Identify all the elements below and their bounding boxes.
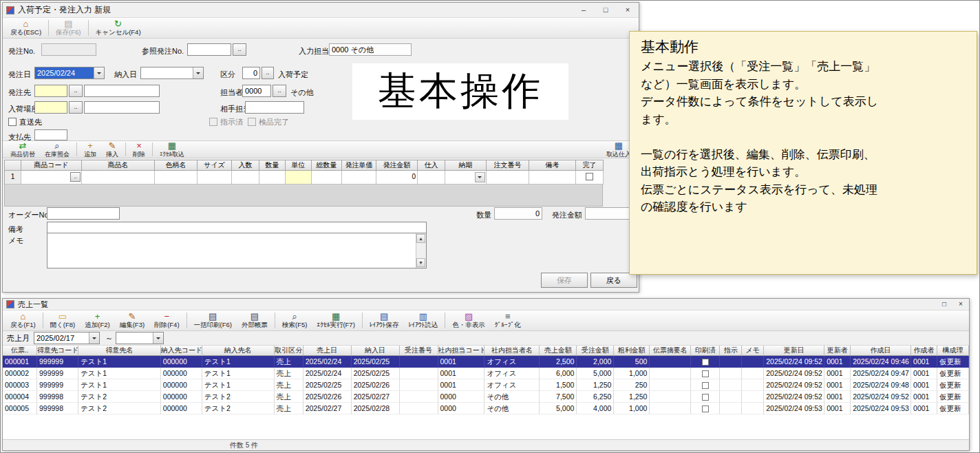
cancel-button[interactable]: ↻キャンセル(F4) [91, 19, 146, 38]
sales-column-header[interactable]: 社内担当者名 [484, 346, 540, 356]
sales-column-header[interactable]: メモ [742, 346, 764, 356]
sales-cell[interactable]: 0001 [824, 379, 851, 391]
sales-cell[interactable]: 1,000 [614, 403, 650, 414]
sales-cell[interactable]: 1,500 [540, 379, 577, 391]
sales-cell[interactable]: 1,250 [614, 391, 650, 403]
sales-column-header[interactable]: 得意先名 [78, 346, 161, 356]
sales-column-header[interactable]: 粗利金額 [614, 346, 650, 356]
insert-row-button[interactable]: ✎挿入 [101, 141, 123, 158]
checkbox-icon[interactable] [8, 118, 17, 126]
sales-cell[interactable]: 2025/02/26 [352, 379, 400, 391]
sales-cell[interactable]: 250 [614, 379, 650, 391]
sales-cell[interactable]: 000001 [3, 356, 37, 368]
printed-checkbox[interactable] [702, 405, 709, 412]
delete-row-button[interactable]: ×削除 [128, 141, 150, 158]
sales-cell[interactable]: 2025/02/24 09:53 [764, 403, 824, 414]
sales-cell[interactable]: 000000 [161, 379, 202, 391]
sales-column-header[interactable]: 更新者 [824, 346, 851, 356]
sales-cell[interactable]: 2025/02/24 09:48 [851, 379, 911, 391]
excel-import-button[interactable]: ▦ｴｸｾﾙ取込 [155, 141, 189, 158]
sales-cell[interactable]: 2025/02/24 09:52 [764, 356, 824, 368]
sales-column-header[interactable]: 指示 [720, 346, 742, 356]
excel-run-button[interactable]: ▦ｴｸｾﾙ実行(F7) [312, 311, 359, 330]
scrollbar[interactable]: ▲ ▼ [416, 233, 426, 268]
sales-cell[interactable]: 0001 [438, 368, 485, 379]
sales-cell[interactable] [691, 391, 720, 403]
category-lookup-button[interactable]: .. [262, 67, 274, 79]
sales-cell[interactable] [720, 356, 742, 368]
ref-order-no-input[interactable] [187, 43, 231, 56]
sales-column-header[interactable]: 納入先コード [161, 346, 202, 356]
partner-staff-input[interactable] [245, 101, 304, 114]
direct-delivery-checkbox[interactable]: 直送先 [8, 117, 42, 127]
sales-column-header[interactable]: 伝票.. [3, 346, 37, 356]
sales-cell[interactable] [650, 403, 691, 414]
sales-cell[interactable]: 2025/02/24 09:52 [851, 391, 911, 403]
supplier-name-input[interactable] [84, 85, 160, 97]
sales-cell[interactable] [720, 391, 742, 403]
memo-textarea[interactable]: ▲ ▼ [47, 233, 427, 268]
sales-cell[interactable]: 000000 [161, 403, 202, 414]
sales-cell[interactable]: 0001 [438, 379, 485, 391]
category-input[interactable]: 0 [242, 67, 260, 79]
sales-window-titlebar[interactable]: 売上一覧 □ × [3, 299, 969, 310]
sales-cell[interactable] [650, 379, 691, 391]
sales-cell[interactable] [691, 368, 720, 379]
sales-column-header[interactable]: 伝票摘要名 [650, 346, 691, 356]
sales-column-header[interactable]: 更新日 [764, 346, 824, 356]
sales-cell[interactable]: 0001 [911, 379, 937, 391]
sales-cell[interactable]: 0001 [911, 391, 937, 403]
sales-cell[interactable]: 999998 [37, 403, 78, 414]
add-button[interactable]: +追加(F2) [80, 311, 114, 330]
printed-checkbox[interactable] [702, 359, 709, 366]
close-button[interactable]: × [952, 299, 969, 310]
arrival-lookup-button[interactable]: .. [69, 101, 83, 114]
chevron-down-icon[interactable] [153, 333, 163, 344]
sales-cell[interactable]: 仮更新 [937, 403, 969, 414]
lookup-button[interactable]: .. [70, 172, 81, 182]
detail-cell[interactable] [342, 171, 376, 185]
detail-cell[interactable] [576, 171, 604, 185]
sales-cell[interactable]: 売上 [275, 356, 303, 368]
sales-cell[interactable]: 2025/02/25 [352, 368, 400, 379]
sales-cell[interactable]: 売上 [275, 391, 303, 403]
sales-column-header[interactable]: 作成日 [851, 346, 911, 356]
sales-cell[interactable]: 000000 [161, 368, 202, 379]
scroll-down-icon[interactable]: ▼ [416, 258, 425, 267]
sales-cell[interactable]: 売上 [275, 379, 303, 391]
order-no2-input[interactable] [47, 207, 120, 220]
sales-cell[interactable]: 2025/02/25 [352, 356, 400, 368]
detail-cell[interactable] [445, 171, 487, 185]
printed-checkbox[interactable] [702, 370, 709, 377]
detail-cell[interactable] [286, 171, 312, 185]
back-button[interactable]: ⌂戻る(F1) [6, 311, 41, 330]
row-number[interactable]: 1 [5, 171, 21, 185]
sales-cell[interactable]: 2,500 [540, 356, 577, 368]
sales-column-header[interactable]: 納入先名 [202, 346, 275, 356]
sales-cell[interactable]: 0001 [824, 403, 851, 414]
sales-cell[interactable]: 0001 [824, 356, 851, 368]
sales-cell[interactable]: 2025/02/24 [303, 368, 352, 379]
sales-cell[interactable] [400, 368, 438, 379]
order-window-titlebar[interactable]: 入荷予定・発注入力 新規 – □ × [3, 3, 639, 18]
sales-cell[interactable] [400, 391, 438, 403]
delivery-date-combo[interactable] [140, 67, 204, 79]
sales-row[interactable]: 000001999999テスト1000000テスト1売上2025/02/2420… [3, 356, 969, 368]
sales-cell[interactable] [720, 368, 742, 379]
sales-cell[interactable]: 2025/02/27 [303, 403, 352, 414]
sales-cell[interactable]: 売上 [275, 368, 303, 379]
staff-code-input[interactable]: 0000 [242, 85, 271, 97]
sales-cell[interactable]: 2025/02/24 [303, 356, 352, 368]
close-button[interactable]: × [617, 3, 639, 17]
staff-lookup-button[interactable]: .. [273, 85, 286, 97]
sales-cell[interactable]: 0001 [911, 403, 937, 414]
detail-cell[interactable]: 0 [376, 171, 418, 185]
sales-cell[interactable]: 仮更新 [937, 379, 969, 391]
sales-month-to-combo[interactable] [116, 332, 164, 344]
sales-cell[interactable]: 999999 [37, 379, 78, 391]
layout-save-button[interactable]: ▤ﾚｲｱｳﾄ保存 [365, 311, 404, 330]
sales-cell[interactable]: 2025/02/24 09:52 [764, 379, 824, 391]
sales-cell[interactable]: テスト1 [202, 356, 275, 368]
sales-column-header[interactable]: 社内担当コード [438, 346, 485, 356]
sales-cell[interactable]: 0000 [438, 403, 485, 414]
